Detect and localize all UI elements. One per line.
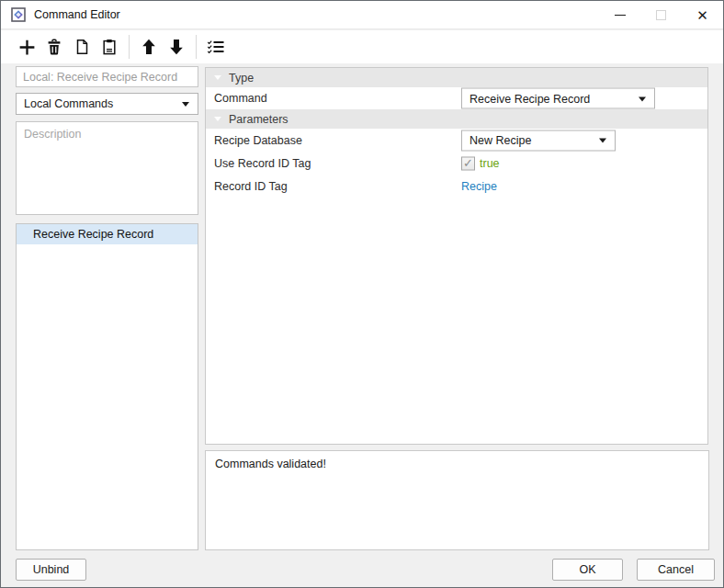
recipe-database-dropdown[interactable]: New Recipe bbox=[461, 130, 616, 151]
chevron-down-icon bbox=[639, 96, 646, 101]
move-up-button[interactable] bbox=[136, 33, 162, 61]
property-row-recipe-database: Recipe Database New Recipe bbox=[206, 129, 707, 152]
move-down-icon bbox=[167, 38, 186, 56]
validation-message-box: Commands validated! bbox=[205, 450, 709, 550]
delete-command-button[interactable] bbox=[41, 33, 67, 61]
add-command-button[interactable] bbox=[14, 33, 40, 61]
validate-list-icon bbox=[206, 38, 226, 56]
command-dropdown-value: Receive Recipe Record bbox=[469, 92, 590, 105]
recipe-database-value: New Recipe bbox=[469, 134, 531, 147]
section-header-parameters[interactable]: Parameters bbox=[206, 109, 707, 129]
command-editor-dialog: Command Editor ✕ bbox=[0, 0, 724, 588]
title-bar: Command Editor ✕ bbox=[1, 1, 723, 29]
maximize-button[interactable] bbox=[640, 1, 682, 29]
recipe-database-label: Recipe Database bbox=[206, 134, 302, 147]
use-record-id-label: Use Record ID Tag bbox=[206, 157, 311, 170]
binding-target-field[interactable] bbox=[16, 66, 198, 87]
validation-message: Commands validated! bbox=[215, 458, 326, 470]
paste-command-button[interactable] bbox=[96, 33, 122, 61]
minimize-button[interactable] bbox=[599, 1, 640, 29]
toolbar-separator bbox=[129, 35, 130, 59]
add-icon bbox=[17, 38, 37, 57]
move-down-button[interactable] bbox=[164, 33, 189, 61]
copy-icon bbox=[73, 38, 91, 56]
copy-command-button[interactable] bbox=[69, 33, 95, 61]
app-logo-icon bbox=[11, 7, 26, 22]
cancel-button[interactable]: Cancel bbox=[637, 559, 715, 581]
description-textarea[interactable] bbox=[16, 121, 198, 215]
property-row-command: Command Receive Recipe Record bbox=[206, 87, 707, 109]
toolbar-separator bbox=[196, 35, 197, 59]
collapse-triangle-icon bbox=[214, 75, 221, 80]
collapse-triangle-icon bbox=[214, 117, 221, 121]
command-dropdown[interactable]: Receive Recipe Record bbox=[461, 88, 655, 109]
chevron-down-icon bbox=[599, 139, 606, 143]
unbind-button[interactable]: Unbind bbox=[16, 559, 86, 581]
command-list-item[interactable]: Receive Recipe Record bbox=[17, 224, 198, 244]
validate-commands-button[interactable] bbox=[203, 33, 229, 61]
command-category-value: Local Commands bbox=[24, 97, 113, 110]
command-list[interactable]: Receive Recipe Record bbox=[16, 223, 198, 550]
toolbar bbox=[1, 30, 723, 63]
record-id-tag-label: Record ID Tag bbox=[206, 180, 288, 193]
property-row-record-id-tag: Record ID Tag Recipe bbox=[206, 175, 707, 198]
use-record-id-checkbox[interactable]: ✓ bbox=[461, 156, 475, 170]
use-record-id-value: true bbox=[480, 157, 500, 170]
command-category-dropdown[interactable]: Local Commands bbox=[16, 93, 198, 115]
command-label: Command bbox=[206, 92, 267, 105]
property-panel: Type Command Receive Recipe Record Param… bbox=[205, 67, 708, 445]
paste-icon bbox=[100, 38, 119, 56]
command-list-item-label: Receive Recipe Record bbox=[33, 228, 153, 241]
record-id-tag-value[interactable]: Recipe bbox=[461, 180, 497, 193]
section-title: Parameters bbox=[229, 113, 288, 126]
property-row-use-record-id: Use Record ID Tag ✓ true bbox=[206, 152, 707, 175]
checkmark-icon: ✓ bbox=[463, 157, 473, 169]
ok-button[interactable]: OK bbox=[552, 559, 623, 581]
section-title: Type bbox=[229, 72, 254, 85]
window-title: Command Editor bbox=[34, 8, 120, 21]
close-button[interactable]: ✕ bbox=[682, 1, 723, 29]
chevron-down-icon bbox=[182, 102, 189, 107]
section-header-type[interactable]: Type bbox=[206, 68, 707, 87]
move-up-icon bbox=[140, 38, 158, 56]
delete-icon bbox=[45, 38, 63, 56]
